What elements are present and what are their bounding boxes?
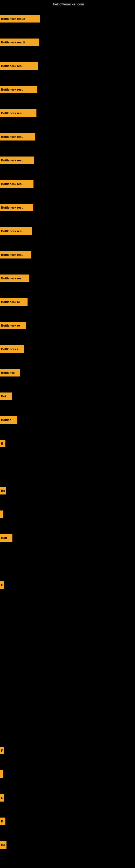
bar-item-13: Bottleneck re	[0, 322, 26, 329]
bar-item-7: Bottleneck resu	[0, 180, 34, 188]
bar-label-27: Bo	[1, 843, 5, 846]
bar-label-21: Bott	[1, 536, 7, 539]
bar-item-12: Bottleneck re	[0, 298, 28, 306]
bar-item-19: Bo	[0, 487, 6, 495]
bar-label-1: Bottleneck result	[1, 41, 25, 44]
bar-item-6: Bottleneck resu	[0, 156, 34, 164]
bar-label-9: Bottleneck resu	[1, 229, 24, 233]
bar-label-6: Bottleneck resu	[1, 159, 24, 162]
bar-item-24	[0, 770, 3, 778]
bar-item-20	[0, 510, 3, 518]
bar-label-19: Bo	[1, 489, 5, 492]
bar-label-8: Bottleneck resu	[1, 206, 24, 209]
bar-label-13: Bottleneck re	[1, 324, 20, 327]
bar-item-14: Bottleneck r	[0, 345, 24, 353]
bar-label-10: Bottleneck resu	[1, 253, 24, 256]
bar-item-22: E	[0, 581, 4, 589]
bar-label-25: E	[1, 796, 3, 799]
bar-label-2: Bottleneck resu	[1, 64, 24, 67]
bar-label-23: F	[1, 749, 3, 752]
bar-item-26: B	[0, 817, 5, 825]
bar-item-11: Bottleneck res	[0, 275, 29, 282]
bar-label-18: B	[1, 442, 3, 445]
bar-item-25: E	[0, 794, 4, 802]
site-title: TheBottlenecker.com	[51, 2, 84, 6]
bar-item-27: Bo	[0, 841, 6, 849]
bar-label-16: Bot	[1, 395, 6, 398]
bar-label-17: Bottlen	[1, 418, 11, 422]
bar-label-22: E	[1, 584, 3, 587]
bar-item-0: Bottleneck result	[0, 15, 40, 23]
bar-item-9: Bottleneck resu	[0, 227, 32, 235]
bar-label-5: Bottleneck resu	[1, 135, 24, 138]
bar-label-4: Bottleneck resu	[1, 112, 24, 115]
bar-label-26: B	[1, 820, 3, 823]
bar-item-2: Bottleneck resu	[0, 62, 38, 70]
bar-item-4: Bottleneck resu	[0, 109, 37, 117]
bar-item-18: B	[0, 440, 5, 447]
bar-item-16: Bot	[0, 393, 12, 400]
bar-label-15: Bottlenec	[1, 371, 14, 374]
bar-label-11: Bottleneck res	[1, 277, 21, 280]
bar-label-0: Bottleneck result	[1, 17, 25, 20]
bar-item-8: Bottleneck resu	[0, 204, 33, 211]
bar-item-17: Bottlen	[0, 416, 17, 424]
bar-label-7: Bottleneck resu	[1, 182, 24, 186]
bar-item-23: F	[0, 747, 4, 754]
bar-label-12: Bottleneck re	[1, 300, 20, 304]
bar-item-21: Bott	[0, 534, 12, 542]
bar-label-3: Bottleneck resu	[1, 88, 24, 91]
bar-item-3: Bottleneck resu	[0, 86, 37, 93]
bar-item-10: Bottleneck resu	[0, 251, 31, 258]
bar-label-14: Bottleneck r	[1, 347, 18, 351]
bar-item-15: Bottlenec	[0, 369, 20, 376]
bar-item-5: Bottleneck resu	[0, 133, 35, 141]
bar-item-1: Bottleneck result	[0, 38, 39, 46]
